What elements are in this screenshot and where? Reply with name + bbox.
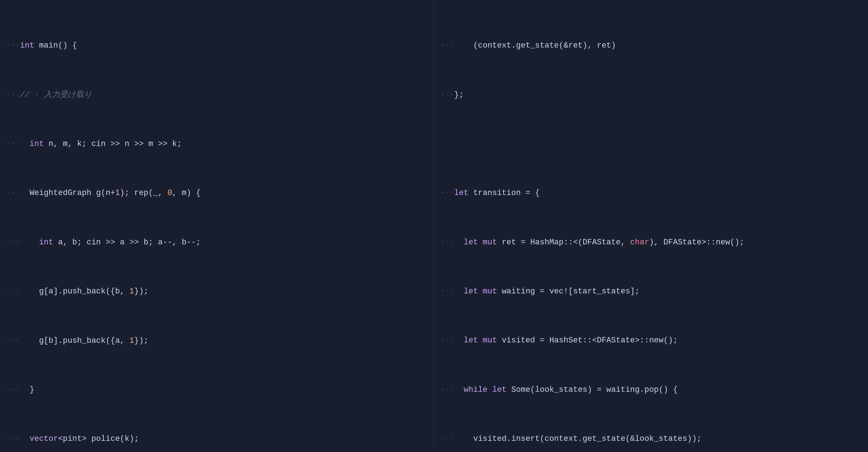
line-dots: ··· <box>440 40 455 52</box>
line-dots: ··· <box>440 384 455 396</box>
code-line: ··· WeightedGraph g(n+1); rep(_, 0, m) { <box>0 187 434 199</box>
line-content: // · 入力受け取り <box>20 89 428 101</box>
line-dots: ··· <box>6 236 20 249</box>
line-dots: ··· <box>440 433 455 445</box>
left-pane: ··· int main() { ··· // · 入力受け取り ··· int… <box>0 0 434 452</box>
line-content: } <box>20 384 428 396</box>
code-line: ··· let mut ret = HashMap::<(DFAState, c… <box>434 236 868 249</box>
right-pane: ··· (context.get_state(&ret), ret) ··· }… <box>434 0 868 452</box>
line-content: g[b].push_back({a, 1}); <box>20 335 428 347</box>
code-line <box>434 138 868 150</box>
line-dots: ··· <box>6 384 20 396</box>
code-line: ··· int n, m, k; cin >> n >> m >> k; <box>0 138 434 150</box>
line-dots: ··· <box>440 187 455 199</box>
line-dots: ··· <box>440 334 455 347</box>
line-content: visited.insert(context.get_state(&look_s… <box>454 433 862 445</box>
code-line: ··· }; <box>434 89 868 101</box>
code-line: ··· int main() { <box>0 40 434 52</box>
line-dots: ··· <box>440 236 455 249</box>
line-content: int a, b; cin >> a >> b; a--, b--; <box>20 236 428 249</box>
line-content: while let Some(look_states) = waiting.po… <box>454 384 862 396</box>
code-line: ··· visited.insert(context.get_state(&lo… <box>434 433 868 445</box>
line-dots: ··· <box>6 138 20 150</box>
code-line: ··· let transition = { <box>434 187 868 199</box>
code-line: ··· // · 入力受け取り <box>0 89 434 101</box>
line-content: let mut waiting = vec![start_states]; <box>454 285 862 298</box>
line-dots: ··· <box>6 89 20 101</box>
editor-container: ··· int main() { ··· // · 入力受け取り ··· int… <box>0 0 868 452</box>
code-line: ··· g[a].push_back({b, 1}); <box>0 285 434 298</box>
line-content: }; <box>454 89 862 101</box>
code-line: ··· g[b].push_back({a, 1}); <box>0 335 434 347</box>
line-content: int n, m, k; cin >> n >> m >> k; <box>20 138 428 150</box>
line-content: WeightedGraph g(n+1); rep(_, 0, m) { <box>20 187 428 199</box>
line-content: (context.get_state(&ret), ret) <box>454 40 862 52</box>
right-code-area: ··· (context.get_state(&ret), ret) ··· }… <box>434 0 868 452</box>
line-content: vector<pint> police(k); <box>20 433 428 445</box>
line-dots: ··· <box>6 40 20 52</box>
line-content: int main() { <box>20 40 428 52</box>
code-line: ··· vector<pint> police(k); <box>0 433 434 445</box>
line-dots: ··· <box>6 285 20 298</box>
code-line: ··· (context.get_state(&ret), ret) <box>434 40 868 52</box>
code-line: ··· while let Some(look_states) = waitin… <box>434 384 868 396</box>
code-line: ··· } <box>0 384 434 396</box>
code-line: ··· let mut waiting = vec![start_states]… <box>434 285 868 298</box>
left-code-area: ··· int main() { ··· // · 入力受け取り ··· int… <box>0 0 434 452</box>
line-dots: ··· <box>440 285 455 298</box>
line-content: let transition = { <box>454 187 862 199</box>
line-dots: ··· <box>6 335 20 347</box>
line-content: g[a].push_back({b, 1}); <box>20 285 428 298</box>
line-content: let mut ret = HashMap::<(DFAState, char)… <box>454 236 862 249</box>
code-line: ··· int a, b; cin >> a >> b; a--, b--; <box>0 236 434 249</box>
code-line: ··· let mut visited = HashSet::<DFAState… <box>434 334 868 347</box>
line-dots: ··· <box>6 433 20 445</box>
line-content: let mut visited = HashSet::<DFAState>::n… <box>454 334 862 347</box>
line-dots: ··· <box>6 187 20 199</box>
line-dots: ··· <box>440 89 455 101</box>
